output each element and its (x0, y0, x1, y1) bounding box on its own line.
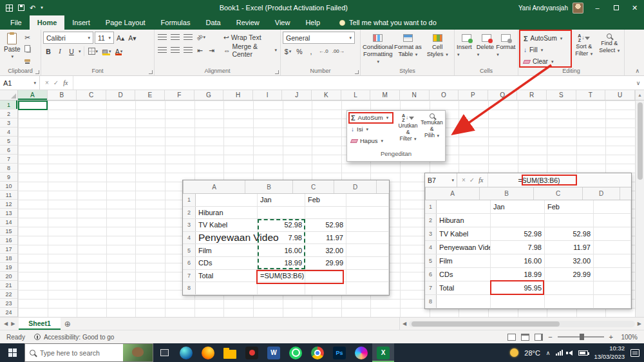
underline-button[interactable]: U (66, 46, 77, 57)
row-header-20[interactable]: 20 (0, 272, 17, 281)
autosum-button[interactable]: ΣAutoSum▾ (524, 33, 571, 44)
row-header-13[interactable]: 13 (0, 209, 17, 218)
row-header-24[interactable]: 24 (0, 308, 17, 317)
cell-styles-button[interactable]: Cell Styles ▾ (422, 32, 452, 67)
borders-button[interactable]: ▾ (87, 46, 100, 57)
taskbar-app-photoshop[interactable]: Ps (328, 343, 350, 362)
alignment-dialog-launcher[interactable] (275, 70, 279, 74)
page-layout-view-button[interactable] (521, 334, 529, 341)
horizontal-scrollbar[interactable]: ◀ ▶ (399, 318, 644, 330)
network-icon[interactable] (556, 350, 563, 356)
popup-fill-button[interactable]: ↓Isi▾ (348, 124, 396, 135)
merge-center-button[interactable]: ⇔ Merge & Center▾ (222, 44, 278, 55)
customize-qat-icon[interactable]: ▾ (41, 5, 43, 10)
row-header-5[interactable]: 5 (0, 137, 17, 146)
underline-caret-icon[interactable]: ▾ (79, 49, 81, 54)
sort-filter-button[interactable]: AZ↓ Sort & Filter ▾ (571, 32, 596, 67)
increase-font-button[interactable]: A▴ (115, 32, 126, 43)
taskbar-app-chrome[interactable] (307, 343, 328, 362)
taskbar-clock[interactable]: 10:32 13/03/2023 (594, 345, 625, 361)
comma-style-button[interactable]: , (306, 46, 316, 57)
align-bottom-button[interactable] (182, 32, 194, 43)
volume-icon[interactable] (569, 350, 573, 356)
clear-button[interactable]: Clear▾ (524, 56, 571, 67)
taskbar-app-excel[interactable]: X (372, 343, 394, 362)
decrease-indent-button[interactable]: ⇤ (195, 44, 205, 55)
column-header-O[interactable]: O (430, 90, 459, 100)
save-icon[interactable] (18, 5, 24, 11)
bold-button[interactable]: B (43, 46, 53, 57)
collapse-ribbon-button[interactable]: ∧ (635, 68, 639, 74)
paste-button[interactable]: Paste ▾ (2, 32, 23, 66)
vertical-scrollbar[interactable] (635, 100, 644, 317)
taskbar-app-word[interactable]: W (263, 343, 285, 362)
find-select-button[interactable]: Find & Select ▾ (597, 32, 622, 67)
number-format-select[interactable]: General▾ (283, 32, 355, 44)
row-header-2[interactable]: 2 (0, 110, 17, 119)
avatar[interactable] (573, 3, 583, 14)
column-header-R[interactable]: R (517, 90, 547, 100)
row-header-11[interactable]: 11 (0, 191, 17, 200)
copy-button[interactable] (23, 43, 33, 54)
percent-style-button[interactable]: % (294, 46, 305, 57)
tab-file[interactable]: File (3, 15, 30, 30)
tab-help[interactable]: Help (298, 15, 328, 30)
close-button[interactable]: ✕ (625, 0, 644, 15)
tab-formulas[interactable]: Formulas (153, 15, 198, 30)
tab-view[interactable]: View (267, 15, 298, 30)
cut-button[interactable]: ✂ (23, 32, 33, 43)
wrap-text-button[interactable]: ↩ Wrap Text (222, 32, 263, 43)
zoom-out-button[interactable]: − (548, 333, 552, 341)
row-header-12[interactable]: 12 (0, 200, 17, 209)
font-size-select[interactable]: 11▾ (95, 32, 114, 44)
column-header-A[interactable]: A (18, 90, 48, 100)
hidden-icons-chevron[interactable]: ∧ (546, 350, 551, 356)
taskbar-app-media-player[interactable] (241, 343, 263, 362)
delete-cells-button[interactable]: Delete ▾ (477, 32, 497, 67)
normal-view-button[interactable] (507, 334, 516, 341)
fill-button[interactable]: ↓Fill▾ (524, 44, 571, 55)
taskbar-app-edge[interactable] (175, 343, 197, 362)
number-dialog-launcher[interactable] (355, 70, 359, 74)
task-view-button[interactable] (153, 343, 175, 362)
column-header-I[interactable]: I (253, 90, 283, 100)
column-header-S[interactable]: S (547, 90, 576, 100)
tab-home[interactable]: Home (30, 15, 65, 30)
sheet-nav-left-icon[interactable]: ◀ (4, 321, 8, 327)
row-header-22[interactable]: 22 (0, 290, 17, 299)
tab-review[interactable]: Review (229, 15, 267, 30)
conditional-formatting-button[interactable]: Conditional Formatting ▾ (363, 32, 393, 67)
enter-icon[interactable]: ✓ (53, 79, 59, 86)
select-all-corner[interactable] (0, 90, 18, 100)
sheet-tab-sheet1[interactable]: Sheet1 (19, 318, 60, 330)
cancel-icon[interactable]: × (45, 79, 49, 86)
selected-cell-a1[interactable] (18, 100, 48, 110)
align-middle-button[interactable] (169, 32, 181, 43)
align-left-button[interactable] (156, 44, 168, 55)
taskbar-search[interactable]: Type here to search (24, 343, 153, 362)
hscroll-left-icon[interactable]: ◀ (402, 321, 406, 327)
popup-clear-button[interactable]: Hapus▾ (348, 135, 396, 146)
row-header-21[interactable]: 21 (0, 281, 17, 290)
row-header-3[interactable]: 3 (0, 119, 17, 128)
row-header-18[interactable]: 18 (0, 254, 17, 263)
decrease-font-button[interactable]: A▾ (127, 32, 137, 43)
format-as-table-button[interactable]: Format as Table ▾ (393, 32, 423, 67)
sheet-nav-right-icon[interactable]: ▶ (11, 321, 15, 327)
column-header-J[interactable]: J (282, 90, 312, 100)
align-center-button[interactable] (169, 44, 181, 55)
popup-autosum-button[interactable]: ΣAutoSum▾ (348, 112, 396, 123)
new-sheet-button[interactable]: ⊕ (61, 318, 75, 330)
row-header-8[interactable]: 8 (0, 164, 17, 173)
column-header-T[interactable]: T (576, 90, 606, 100)
tab-data[interactable]: Data (198, 15, 228, 30)
weather-sun-icon[interactable] (510, 348, 518, 357)
taskbar-app-file-explorer[interactable] (219, 343, 241, 362)
row-header-1[interactable]: 1 (0, 100, 17, 110)
clipboard-dialog-launcher[interactable] (35, 70, 39, 74)
row-header-19[interactable]: 19 (0, 263, 17, 272)
increase-indent-button[interactable]: ⇥ (207, 44, 217, 55)
row-header-7[interactable]: 7 (0, 155, 17, 164)
minimize-button[interactable]: – (588, 0, 607, 15)
formula-input[interactable] (73, 76, 632, 90)
